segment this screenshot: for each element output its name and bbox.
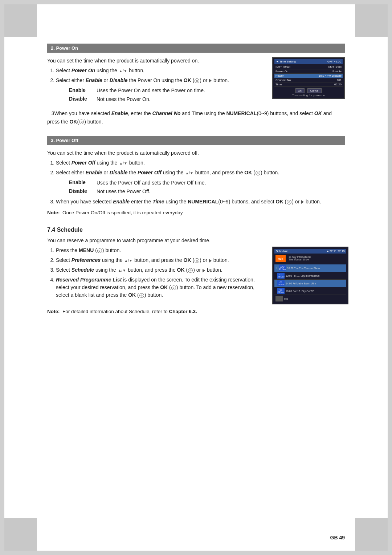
add-row: add bbox=[274, 295, 346, 302]
power-on-term: Power On bbox=[72, 68, 95, 73]
arrow-icon-6: ▲/▼ bbox=[118, 268, 126, 273]
ok-label-2: OK bbox=[244, 170, 252, 175]
add-label: add bbox=[284, 297, 288, 300]
schedule-heading: 7.4 Schedule bbox=[47, 227, 345, 233]
power-off-step-3: When you have selected Enable enter the … bbox=[56, 198, 345, 206]
power-off-steps: Select Power Off using the ▲/▼ button, S… bbox=[56, 159, 345, 177]
schedule-screen-header: Schedule ● 22:11 22:19 bbox=[274, 249, 346, 254]
right-arrow-icon-4 bbox=[203, 269, 205, 272]
ok-circle-4: ⊙ bbox=[287, 200, 291, 204]
screen-title-bar: ◄ Time Setting GMT+2:00 bbox=[274, 59, 343, 64]
disable-label: Disable bbox=[69, 96, 91, 102]
power-off-step-2: Select either Enable or Disable the Powe… bbox=[56, 169, 345, 177]
screen-gmt: GMT+2:00 bbox=[327, 60, 341, 63]
screen-time-val: 02:20 bbox=[334, 83, 342, 86]
time-ref: Time bbox=[152, 199, 164, 204]
section-power-off-header: 3. Power Off bbox=[47, 136, 345, 145]
power-on-steps: Select Power On using the ▲/▼ button, Se… bbox=[56, 67, 265, 84]
disable-def-2: Disable Not uses the Power Off. bbox=[69, 188, 345, 195]
schedule-row-4: C129 Nov 16:00 Sat 12. Sky Go TV bbox=[274, 287, 346, 295]
screen-row-poweron: Power On Enable bbox=[274, 69, 343, 74]
ok-btn-ref: OK bbox=[69, 119, 77, 125]
power-off-definitions: Enable Uses the Power Off and sets the P… bbox=[69, 179, 345, 195]
power-on-step-2: Select either Enable or Disable the Powe… bbox=[56, 77, 265, 84]
disable-desc-2: Not uses the Power Off. bbox=[97, 188, 345, 195]
ch-date-1: 27 Nov bbox=[279, 268, 286, 270]
screen-power-label: Power bbox=[275, 74, 284, 77]
disable-term: Disable bbox=[110, 77, 128, 83]
ok-label-6: OK bbox=[128, 292, 136, 298]
arrow-icon-3: ▲/▼ bbox=[119, 161, 127, 166]
screen-row-time: Time 02:20 bbox=[274, 82, 343, 87]
screen-buttons: OK Cancel bbox=[274, 88, 343, 93]
page-number: GB 49 bbox=[330, 535, 345, 540]
ch-box-4: C129 Nov bbox=[277, 288, 285, 294]
prog-3: 14:00 Fri Metro Salon Ultra bbox=[286, 282, 345, 285]
ok-circle-8: ⊙ bbox=[139, 293, 144, 298]
ch-date-4: 29 Nov bbox=[277, 291, 284, 293]
arrow-icon-5: ▲/▼ bbox=[124, 258, 133, 263]
ok-label: OK bbox=[184, 77, 191, 83]
power-on-definitions: Enable Uses the Power On and sets the Po… bbox=[69, 87, 265, 103]
enable-term: Enable bbox=[86, 77, 102, 83]
schedule-screenshot: Schedule ● 22:11 22:19 five 11 Sky Inter… bbox=[272, 247, 345, 304]
enable-desc: Uses the Power On and sets the Power on … bbox=[97, 87, 265, 94]
schedule-screen-time: ● 22:11 22:19 bbox=[327, 250, 345, 253]
screen-time-note: Time setting for power on bbox=[274, 94, 343, 97]
screen-gmt-label: GMT Offset bbox=[275, 65, 290, 69]
chapter-ref: Chapter 6.3. bbox=[169, 309, 197, 314]
enable-label: Enable bbox=[69, 87, 91, 93]
enable-def-2: Enable Uses the Power Off and sets the P… bbox=[69, 179, 345, 187]
schedule-row-1: 1 ATV27 Nov 10:00 Thu The Truman Show bbox=[274, 264, 346, 272]
disable-term-2: Disable bbox=[110, 170, 128, 175]
schedule-row-3: C128 Nov 14:00 Fri Metro Salon Ultra bbox=[274, 280, 346, 287]
schedule-step-2: Select Preferences using the ▲/▼ button,… bbox=[56, 256, 265, 264]
schedule-screen: Schedule ● 22:11 22:19 five 11 Sky Inter… bbox=[272, 247, 348, 304]
disable-desc: Not uses the Power On. bbox=[97, 96, 265, 103]
screen-poweron-label: Power On bbox=[275, 70, 289, 73]
section-schedule: 7.4 Schedule You can reserve a programme… bbox=[47, 227, 345, 315]
schedule-intro: You can reserve a programme to watch pro… bbox=[47, 237, 345, 244]
ch-box-1: ATV27 Nov bbox=[279, 265, 286, 271]
prog-2: 12:00 Fri 13. Sky International bbox=[286, 275, 345, 277]
schedule-screen-title: Schedule bbox=[276, 250, 288, 253]
channel-info: 11 Sky InternationalThe Truman Show bbox=[287, 255, 313, 262]
right-arrow-icon-3 bbox=[209, 259, 212, 263]
schedule-note: Note: For detailed information about Sch… bbox=[47, 308, 345, 315]
power-off-step-3-list: When you have selected Enable enter the … bbox=[56, 198, 345, 206]
schedule-steps: Press the MENU (⊙) button. Select Prefer… bbox=[56, 247, 265, 299]
enable-desc-2: Uses the Power Off and sets the Power Of… bbox=[97, 179, 345, 187]
add-ch-box bbox=[275, 296, 283, 301]
corner-decoration-tl bbox=[4, 4, 37, 37]
screen-poweron-val: Enable bbox=[332, 70, 342, 73]
ok-label-5: OK bbox=[160, 284, 168, 290]
ch-date-3: 28 Nov bbox=[277, 283, 284, 285]
power-off-term: Power Off bbox=[72, 160, 95, 166]
main-content: 2. Power On You can set the time when th… bbox=[47, 44, 345, 316]
ok-label-4: OK bbox=[177, 267, 185, 273]
disable-label-2: Disable bbox=[69, 188, 91, 194]
power-off-step-1: Select Power Off using the ▲/▼ button, bbox=[56, 159, 345, 167]
prog-1: 10:00 Thu The Truman Show bbox=[287, 267, 345, 270]
screen-ok-btn: OK bbox=[295, 88, 305, 93]
section-power-on-header: 2. Power On bbox=[47, 44, 345, 53]
screen-row-channel: Channel No 101 bbox=[274, 78, 343, 82]
enable-ref: Enable bbox=[111, 110, 128, 116]
disable-def: Disable Not uses the Power On. bbox=[69, 96, 265, 103]
schedule-step-4: Reserved Pregoramme List is displayed on… bbox=[56, 276, 265, 299]
screen-channel-label: Channel No bbox=[275, 78, 291, 82]
section-power-off: 3. Power Off You can set the time when t… bbox=[47, 136, 345, 216]
channel-no-ref: Channel No bbox=[152, 110, 181, 116]
power-on-screen: ◄ Time Setting GMT+2:00 GMT Offset GMT+2… bbox=[272, 57, 345, 99]
power-on-step-1: Select Power On using the ▲/▼ button, bbox=[56, 67, 265, 74]
corner-decoration-br bbox=[355, 518, 388, 551]
power-off-intro: You can set the time when the product is… bbox=[47, 149, 345, 157]
arrow-icon-4: ▲/▼ bbox=[185, 170, 193, 176]
corner-decoration-bl bbox=[4, 518, 37, 551]
screen-gmt-val: GMT+2:00 bbox=[328, 65, 342, 69]
ok-circle-3: ⊙ bbox=[256, 171, 260, 175]
schedule-term: Schedule bbox=[72, 267, 94, 273]
enable-def: Enable Uses the Power On and sets the Po… bbox=[69, 87, 265, 94]
power-on-intro: You can set the time when the product is… bbox=[47, 57, 265, 65]
power-on-screenshot: ◄ Time Setting GMT+2:00 GMT Offset GMT+2… bbox=[272, 57, 345, 99]
